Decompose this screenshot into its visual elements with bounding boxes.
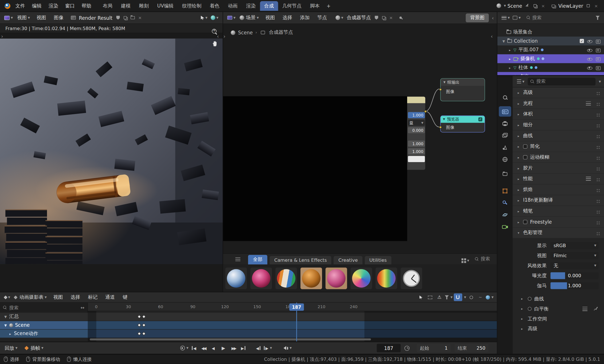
keyframe-diamond[interactable] — [142, 315, 146, 318]
outliner-row-cylinder[interactable]: ▸ ▽ 柱体 — [497, 63, 604, 72]
new-scene-icon[interactable] — [532, 3, 538, 9]
node-value-field[interactable]: 1.000 — [408, 112, 425, 118]
menu-key[interactable]: 键 — [119, 293, 131, 302]
camera-visibility-icon[interactable] — [595, 56, 601, 61]
tab-physics-properties[interactable] — [499, 209, 511, 220]
tab-output-properties[interactable] — [499, 118, 511, 129]
play-reverse-button[interactable]: ◀ — [208, 344, 218, 352]
node-color-swatch[interactable] — [408, 156, 425, 162]
animation-icon[interactable] — [542, 57, 544, 60]
panel-grease-pencil[interactable]: ▸蜡笔 — [513, 206, 604, 217]
panel-volumes[interactable]: ▸体积 — [513, 109, 604, 120]
collapse-node-icon[interactable]: ▼ — [443, 81, 445, 84]
panel-advanced[interactable]: ▸高级 — [513, 87, 604, 98]
disclosure-icon[interactable]: ▸ — [508, 66, 511, 69]
tab-world-properties[interactable] — [499, 154, 511, 164]
panel-light-paths[interactable]: ▸光程 — [513, 98, 604, 109]
node-gain-dropdown[interactable]: 益▼ — [408, 120, 425, 126]
eye-icon[interactable] — [587, 48, 593, 52]
collapse-node-icon[interactable]: ▼ — [443, 118, 445, 121]
constraint-icon[interactable] — [530, 66, 532, 69]
tab-tool-properties[interactable] — [499, 92, 511, 102]
camera-visibility-icon[interactable] — [595, 39, 601, 43]
workspace-tab-texture-paint[interactable]: 纹理绘制 — [178, 1, 206, 11]
panel-i18n[interactable]: ▸I18n更新翻译 — [513, 195, 604, 206]
editor-type-image-icon[interactable]: ▼ — [3, 15, 14, 20]
workspace-tab-uv[interactable]: UV编辑 — [153, 1, 178, 11]
camera-visibility-icon[interactable] — [595, 48, 601, 52]
scene-selector[interactable]: ▼ Scene 📌︎ × — [497, 3, 546, 9]
next-frame-button[interactable]: ▶▼ — [263, 344, 273, 352]
node-output-socket[interactable] — [424, 110, 427, 113]
workspace-tab-shading[interactable]: 着色 — [206, 1, 224, 11]
prev-keyframe-button[interactable]: ◀◀ — [199, 344, 209, 352]
unlink-image-icon[interactable]: × — [137, 14, 143, 21]
workspace-tab-sculpting[interactable]: 雕刻 — [135, 1, 153, 11]
subpanel-white-balance[interactable]: ▸白平衡 — [513, 304, 604, 314]
only-selected-icon[interactable] — [417, 293, 425, 301]
group-output-node[interactable]: ▼ 组输出 图像 — [440, 78, 485, 101]
eye-icon[interactable] — [587, 65, 593, 70]
filter-funnel-icon[interactable] — [594, 14, 601, 21]
disclosure-icon[interactable]: ▼ — [4, 315, 7, 318]
chevron-down-icon[interactable]: ▼ — [599, 80, 601, 83]
region-toggle-chevron[interactable]: ‹ — [217, 34, 219, 39]
properties-editor-icon[interactable]: ▼ — [516, 79, 525, 84]
presets-icon[interactable] — [586, 101, 591, 106]
panel-freestyle[interactable]: ▸Freestyle — [513, 217, 604, 228]
panel-simplify[interactable]: ▸简化 — [513, 141, 604, 152]
workspace-tab-layout[interactable]: 布局 — [99, 1, 117, 11]
checkbox-icon[interactable] — [528, 297, 532, 301]
shield-icon[interactable] — [115, 14, 121, 21]
disclosure-icon[interactable]: ▸ — [9, 332, 12, 335]
playback-menu[interactable]: 回放▼ — [2, 344, 20, 352]
exposure-slider[interactable]: 0.000 — [550, 272, 599, 279]
checkbox-icon[interactable] — [528, 307, 532, 310]
keyframe-diamond[interactable] — [142, 332, 146, 335]
display-device-select[interactable]: sRGB▼ — [550, 242, 599, 249]
scene-name[interactable]: Scene — [507, 3, 522, 9]
outliner-row-camera[interactable]: ▸ 摄像机 — [497, 54, 604, 63]
keying-menu[interactable]: 插帧▼ — [23, 344, 46, 352]
region-toggle-chevron[interactable]: ‹ — [491, 34, 493, 39]
constraint-icon[interactable] — [537, 57, 539, 60]
render-result-image[interactable] — [0, 38, 223, 264]
tab-render-properties[interactable] — [499, 106, 511, 117]
snap-magnet-icon[interactable] — [454, 293, 462, 301]
outliner-search[interactable]: 搜索 — [526, 14, 593, 21]
outliner-scope-icon[interactable]: ▼ — [512, 15, 522, 20]
fcurve-icon[interactable]: ~ — [476, 293, 485, 301]
panel-curves[interactable]: ▸曲线 — [513, 131, 604, 141]
region-toggle-chevron[interactable]: › — [223, 34, 225, 39]
next-keyframe-button[interactable]: ▶▶ — [229, 344, 239, 352]
menu-image[interactable]: 图像 — [50, 13, 67, 22]
outliner-row-scene-collection[interactable]: 场景集合 — [497, 28, 604, 37]
pin-icon[interactable]: 📌︎ — [522, 1, 532, 10]
play-button[interactable]: ▶ — [218, 344, 229, 352]
chevron-down-icon[interactable]: ▼ — [464, 296, 466, 299]
workspace-tab-modeling[interactable]: 建模 — [117, 1, 135, 11]
node-input-socket[interactable] — [439, 126, 442, 129]
breadcrumb-scene[interactable]: Scene — [238, 30, 253, 36]
menu-view[interactable]: 视图 — [50, 293, 66, 302]
display-channels-icon[interactable]: ▼ — [209, 15, 219, 20]
viewer-node[interactable]: ▼ 预览器 ✓ 图像 — [440, 115, 485, 132]
subpanel-curves[interactable]: ▸曲线 — [513, 294, 604, 304]
eyedropper-icon[interactable] — [594, 307, 598, 310]
frame-end-field[interactable]: 结束250 — [454, 344, 488, 353]
menu-help[interactable]: 帮助 — [78, 1, 95, 10]
preview-range-clock-icon[interactable] — [404, 345, 410, 351]
expand-filter-icon[interactable]: ↔ — [81, 305, 85, 310]
tab-scene-properties[interactable] — [499, 142, 511, 152]
workspace-tab-scripting[interactable]: 脚本 — [306, 1, 324, 11]
editor-type-dopesheet-icon[interactable]: ▼ — [3, 295, 11, 299]
color-node-partial[interactable]: 1.000 益▼ 0.000 1.000 1.000 — [407, 96, 426, 170]
tab-data-properties[interactable] — [499, 221, 511, 232]
cursor-tool-icon[interactable]: ▼ — [200, 15, 209, 20]
panel-subdivision[interactable]: ▸细分 — [513, 120, 604, 131]
modifier-icon[interactable] — [541, 48, 543, 51]
node-header[interactable] — [407, 97, 425, 103]
blender-logo-icon[interactable] — [5, 3, 10, 9]
breadcrumb-nodetree[interactable]: 合成器节点 — [269, 29, 293, 36]
tab-object-properties[interactable] — [499, 186, 511, 196]
